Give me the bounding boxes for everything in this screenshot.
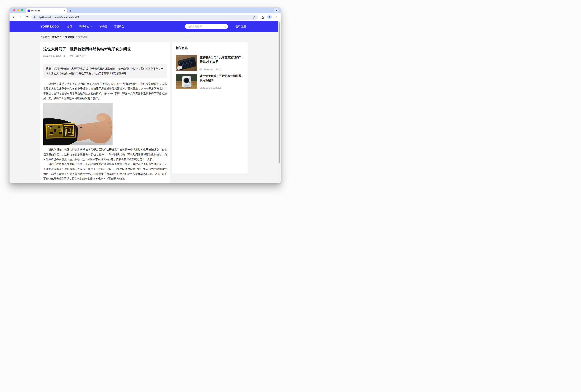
tab-title: likeadmin bbox=[31, 10, 40, 12]
search-input[interactable] bbox=[188, 25, 223, 28]
article-paragraph: 据媒体报道，韩国大邱庆北科学技术院研究团队成功开发出了全球第一个纳米结构电子皮肤… bbox=[43, 147, 167, 162]
tab-strip: LA likeadmin × + bbox=[9, 8, 281, 13]
article-image bbox=[43, 103, 112, 146]
breadcrumb-current: 文章详情 bbox=[78, 36, 88, 38]
tab-close-icon[interactable]: × bbox=[63, 9, 65, 12]
three-dot-menu-icon bbox=[275, 16, 278, 19]
related-news-title[interactable]: 让生活更精致！五款居家好物推荐，实用性超高 bbox=[200, 74, 245, 82]
breadcrumb-separator: / bbox=[76, 36, 77, 38]
chevron-down-icon bbox=[275, 10, 277, 11]
article-paragraph: 提到电子皮肤，大家可别以为是“电子游戏里的虚拟皮肤”。在一些科幻电影中，我们常常… bbox=[43, 82, 167, 101]
browser-tab[interactable]: LA likeadmin × bbox=[26, 8, 67, 13]
article-paragraph: 目前用在皮肤表面的电子设备，大都采用橡胶或者塑料等基材制造而来，其缺点是透水透气… bbox=[43, 162, 167, 181]
nav-item-admin[interactable]: 管理后台 bbox=[114, 25, 124, 28]
url-text[interactable]: php.likeadmin.cn/pc/information/detail/5 bbox=[38, 16, 79, 18]
breadcrumb-separator: / bbox=[63, 36, 64, 38]
profile-avatar[interactable] bbox=[267, 15, 272, 20]
eye-icon bbox=[70, 55, 73, 57]
search-box[interactable] bbox=[185, 24, 228, 29]
article-date: 2022-09-30 11:36:42 bbox=[43, 54, 65, 57]
related-news-card: 相关资讯 bbox=[172, 42, 248, 174]
breadcrumb-category[interactable]: 智趣科技 bbox=[65, 36, 74, 38]
related-news-date: 2022-09-30 11:32:01 bbox=[200, 68, 245, 71]
forward-button[interactable] bbox=[18, 15, 22, 19]
browser-menu-button[interactable] bbox=[274, 15, 279, 19]
related-news-thumbnail-projector[interactable] bbox=[176, 74, 197, 89]
browser-window: LA likeadmin × + bbox=[9, 8, 281, 183]
new-tab-button[interactable]: + bbox=[70, 9, 71, 12]
login-register-link[interactable]: 登录/注册 bbox=[235, 25, 246, 28]
address-bar[interactable]: php.likeadmin.cn/pc/information/detail/5 bbox=[31, 15, 258, 20]
back-button[interactable] bbox=[12, 15, 16, 19]
page-viewport: YOUR LOGO 首页 资讯中心 移动端 管理后台 bbox=[9, 21, 281, 183]
close-window-button[interactable] bbox=[13, 9, 15, 11]
site-favicon: LA bbox=[27, 10, 30, 12]
breadcrumb: 当前位置： 资讯中心 / 智趣科技 / 文章详情 bbox=[9, 32, 281, 42]
heading-underline bbox=[176, 53, 245, 53]
chevron-down-icon bbox=[90, 26, 92, 27]
nav-item-mobile[interactable]: 移动端 bbox=[99, 25, 107, 28]
article-views: 7116人浏览 bbox=[70, 54, 86, 58]
related-news-item[interactable]: 充满电再出门！共享充电宝“刺客”：最高1小时10元 2022-09-30 11:… bbox=[176, 56, 245, 71]
window-controls bbox=[13, 9, 23, 11]
scrollbar-thumb[interactable] bbox=[279, 22, 280, 164]
related-news-item[interactable]: 让生活更精致！五款居家好物推荐，实用性超高 2022-09-16 16:42:3… bbox=[176, 74, 245, 89]
article-card: 这也太科幻了！世界首款网格结构纳米电子皮肤问世 2022-09-30 11:36… bbox=[40, 42, 170, 183]
page-scrollbar[interactable] bbox=[278, 21, 281, 183]
site-settings-icon[interactable] bbox=[33, 16, 36, 19]
bookmark-button[interactable] bbox=[253, 16, 256, 19]
reload-icon bbox=[25, 16, 28, 19]
zoom-window-button[interactable] bbox=[21, 9, 23, 11]
flask-icon bbox=[261, 16, 265, 19]
nav-item-home[interactable]: 首页 bbox=[67, 25, 72, 28]
star-icon bbox=[253, 16, 256, 19]
forward-arrow-icon bbox=[19, 16, 22, 19]
divider bbox=[43, 61, 167, 61]
person-icon bbox=[268, 16, 271, 19]
experiments-button[interactable] bbox=[261, 15, 265, 19]
related-news-heading: 相关资讯 bbox=[176, 46, 245, 50]
reload-button[interactable] bbox=[25, 15, 29, 19]
tab-search-button[interactable] bbox=[274, 8, 279, 13]
article-body: 提到电子皮肤，大家可别以为是“电子游戏里的虚拟皮肤”。在一些科幻电影中，我们常常… bbox=[43, 82, 167, 181]
breadcrumb-news-center[interactable]: 资讯中心 bbox=[52, 36, 61, 38]
article-summary: 摘要：提到电子皮肤，大家可别以为是“电子游戏里的虚拟皮肤”。在一些科幻电影中，我… bbox=[43, 64, 167, 78]
related-news-date: 2022-09-16 16:42:39 bbox=[200, 86, 245, 89]
browser-toolbar: php.likeadmin.cn/pc/information/detail/5 bbox=[9, 13, 281, 21]
content-area: 这也太科幻了！世界首款网格结构纳米电子皮肤问世 2022-09-30 11:36… bbox=[9, 42, 281, 183]
related-news-title[interactable]: 充满电再出门！共享充电宝“刺客”：最高1小时10元 bbox=[200, 56, 245, 64]
back-arrow-icon bbox=[12, 16, 16, 19]
minimize-window-button[interactable] bbox=[17, 9, 19, 11]
related-news-thumbnail-powerbank[interactable] bbox=[176, 56, 197, 71]
article-meta: 2022-09-30 11:36:42 7116人浏览 bbox=[43, 54, 167, 58]
search-icon[interactable] bbox=[223, 25, 226, 28]
site-logo[interactable]: YOUR LOGO bbox=[40, 25, 59, 28]
site-header: YOUR LOGO 首页 资讯中心 移动端 管理后台 bbox=[9, 21, 281, 32]
nav-item-news-center[interactable]: 资讯中心 bbox=[79, 25, 92, 28]
breadcrumb-prefix: 当前位置： bbox=[40, 36, 52, 38]
main-nav: 首页 资讯中心 移动端 管理后台 bbox=[67, 25, 124, 28]
article-title: 这也太科幻了！世界首款网格结构纳米电子皮肤问世 bbox=[43, 46, 167, 52]
